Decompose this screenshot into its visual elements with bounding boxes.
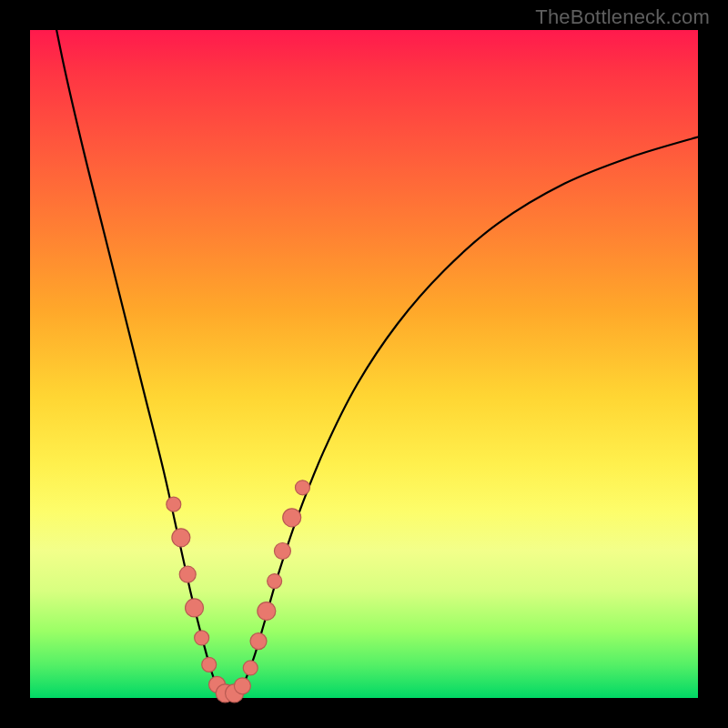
data-marker xyxy=(202,657,217,672)
data-marker xyxy=(172,529,190,547)
data-marker xyxy=(195,631,209,645)
data-marker xyxy=(179,566,196,582)
curve-layer xyxy=(0,0,728,728)
data-marker xyxy=(243,661,258,675)
bottleneck-curve xyxy=(44,0,698,695)
data-marker xyxy=(295,480,309,495)
data-marker xyxy=(167,497,181,511)
data-marker xyxy=(234,678,250,694)
marker-group xyxy=(167,480,310,703)
chart-container: TheBottleneck.com xyxy=(0,0,728,728)
data-marker xyxy=(283,509,301,527)
data-marker xyxy=(258,602,276,621)
data-marker xyxy=(268,574,282,589)
data-marker xyxy=(250,633,267,650)
data-marker xyxy=(274,543,290,560)
data-marker xyxy=(186,599,204,617)
